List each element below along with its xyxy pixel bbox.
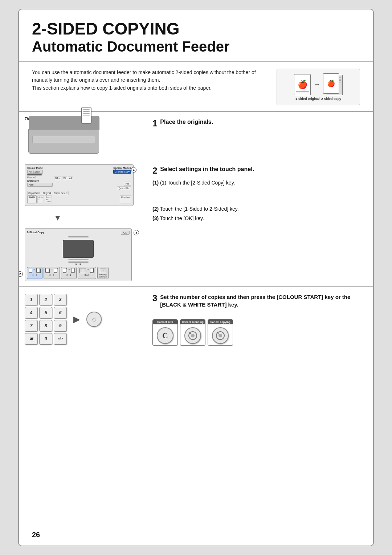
step2-sub2-text: Touch the [1-Sided to 2-Sided] key.: [160, 206, 239, 212]
numpad-key-2[interactable]: 2: [39, 294, 52, 305]
title-line1: 2-SIDED COPYING: [32, 20, 360, 38]
p2-header: 2-Sided Copy OK: [27, 231, 130, 235]
callout-2: 2: [18, 271, 23, 277]
touch-panel-2: 2-Sided Copy OK: [25, 228, 132, 281]
step1-left: The side to be scanned must be face up!: [19, 112, 142, 159]
numpad-key-hashp[interactable]: #/P: [54, 333, 67, 345]
numpad-key-6[interactable]: 6: [54, 307, 67, 319]
step2-row: Colour Mode Full Colour Special Modes 2-…: [19, 159, 373, 287]
step2-sub3-text: Touch the [OK] key.: [160, 215, 204, 221]
svg-point-4: [219, 334, 222, 337]
label-2sided: 2-sided copy: [321, 97, 341, 101]
step2-sub1: (1) (1) Touch the [2-Sided Copy] key.: [152, 179, 363, 187]
p2-title: 2-Sided Copy: [27, 231, 44, 235]
touch-panel-1: Colour Mode Full Colour Special Modes 2-…: [25, 164, 134, 206]
numpad-key-3[interactable]: 3: [54, 294, 67, 305]
title-section: 2-SIDED COPYING Automatic Document Feede…: [19, 9, 373, 62]
one-sided-doc-icon: 🍎: [294, 74, 311, 95]
label-1sided: 1-sided original: [295, 97, 320, 101]
numpad-key-0[interactable]: 0: [39, 333, 52, 345]
cancel-scanning-label: Cancel scanning: [180, 320, 205, 324]
step2-number: 2: [152, 166, 157, 176]
numpad-key-star[interactable]: ✱: [25, 333, 38, 345]
title-line2: Automatic Document Feeder: [32, 38, 360, 55]
p2-ok-btn[interactable]: OK: [121, 231, 130, 235]
cancel-copying-circle[interactable]: [212, 327, 229, 344]
correct-sets-circle[interactable]: C: [157, 327, 173, 344]
numpad-key-1[interactable]: 1: [25, 294, 38, 305]
intro-diagram-box: 🍎 →: [294, 73, 343, 101]
step2-sub2: (2) Touch the [1-Sided to 2-Sided] key.: [152, 205, 363, 213]
intro-paragraph2: This section explains how to copy 1-side…: [32, 85, 212, 91]
correct-sets-label: Correct sets: [153, 320, 177, 324]
page: 2-SIDED COPYING Automatic Document Feede…: [18, 9, 374, 546]
step1-right: 1 Place the originals.: [142, 112, 373, 159]
btn-binding[interactable]: ⇅ BindingChange: [97, 267, 109, 279]
start-key[interactable]: ◇: [86, 312, 102, 327]
step3-header: 3 Set the number of copies and then pres…: [152, 293, 363, 313]
p2-printer-area: 1→2: [27, 236, 130, 266]
step2-right: 2 Select settings in the touch panel. (1…: [142, 159, 373, 286]
scanner-illustration: [28, 128, 99, 154]
numpad-key-7[interactable]: 7: [25, 320, 38, 332]
down-arrow: ▼: [54, 213, 62, 223]
callout-3: 3: [134, 230, 139, 235]
step2-sub3: (3) Touch the [OK] key.: [152, 214, 363, 222]
intro-section: You can use the automatic document feede…: [19, 62, 373, 112]
panel2-container: 2-Sided Copy OK: [25, 228, 132, 281]
step3-right: 3 Set the number of copies and then pres…: [142, 287, 373, 359]
intro-diagram: 🍎 →: [277, 69, 360, 105]
arrow-icon: →: [314, 81, 320, 88]
step3-number: 3: [152, 293, 157, 303]
cancel-scanning-circle[interactable]: [184, 327, 201, 344]
btn-2to1[interactable]: → 2→1: [61, 267, 77, 279]
step3-left: 1 2 3 4 5 6 7 8 9 ✱ 0 #/P: [19, 287, 142, 359]
numpad-grid: 1 2 3 4 5 6 7 8 9 ✱ 0 #/P: [25, 294, 67, 345]
intro-text: You can use the automatic document feede…: [32, 69, 268, 105]
numpad-key-5[interactable]: 5: [39, 307, 52, 319]
panel1-container: Colour Mode Full Colour Special Modes 2-…: [25, 164, 134, 206]
step1-header: 1 Place the originals.: [152, 118, 363, 129]
step2-sub2-num: (2): [152, 206, 159, 212]
step2-header: 2 Select settings in the touch panel.: [152, 166, 363, 176]
btn-2to2[interactable]: → 2→2: [44, 267, 60, 279]
step3-instruction: Set the number of copies and then press …: [160, 293, 363, 308]
step2-sub1-text: (1) Touch the [2-Sided Copy] key.: [160, 180, 235, 186]
arrow-right-icon: ▶: [73, 314, 80, 324]
arrow-start-area: ▶: [73, 314, 80, 324]
step1-row: The side to be scanned must be face up!: [19, 112, 373, 159]
p2-buttons-row: → 1→2: [27, 267, 130, 279]
numpad-key-9[interactable]: 9: [54, 320, 67, 332]
intro-paragraph1: You can use the automatic document feede…: [32, 69, 256, 83]
correct-sets-key: Correct sets C: [152, 319, 178, 346]
intro-diag-labels: 1-sided original 2-sided copy: [294, 97, 343, 101]
cancel-copying-key: Cancel copying: [208, 319, 233, 346]
step2-left: Colour Mode Full Colour Special Modes 2-…: [19, 159, 142, 286]
steps-container: The side to be scanned must be face up!: [19, 112, 373, 359]
step2-sub3-num: (3): [152, 215, 159, 221]
step2-sub1-num: (1): [152, 180, 159, 186]
callout-1: 1: [131, 167, 136, 173]
keys-diagram: Correct sets C Cancel scanning: [152, 319, 363, 346]
btn-book[interactable]: → Book: [78, 267, 96, 279]
page-number: 26: [32, 531, 40, 539]
numpad-area: 1 2 3 4 5 6 7 8 9 ✱ 0 #/P: [25, 294, 102, 345]
step2-instruction: Select settings in the touch panel.: [160, 166, 254, 173]
numpad-key-4[interactable]: 4: [25, 307, 38, 319]
btn-1to2[interactable]: → 1→2: [27, 267, 42, 279]
svg-point-1: [191, 334, 195, 337]
cancel-copying-label: Cancel copying: [208, 320, 233, 324]
two-sided-doc-icon: 🍎: [323, 73, 343, 96]
intro-diag-inner: 🍎 →: [294, 73, 343, 96]
numpad-key-8[interactable]: 8: [39, 320, 52, 332]
step3-row: 1 2 3 4 5 6 7 8 9 ✱ 0 #/P: [19, 287, 373, 359]
step1-instruction: Place the originals.: [160, 118, 213, 126]
step1-number: 1: [152, 118, 157, 129]
cancel-scanning-key: Cancel scanning: [180, 319, 205, 346]
